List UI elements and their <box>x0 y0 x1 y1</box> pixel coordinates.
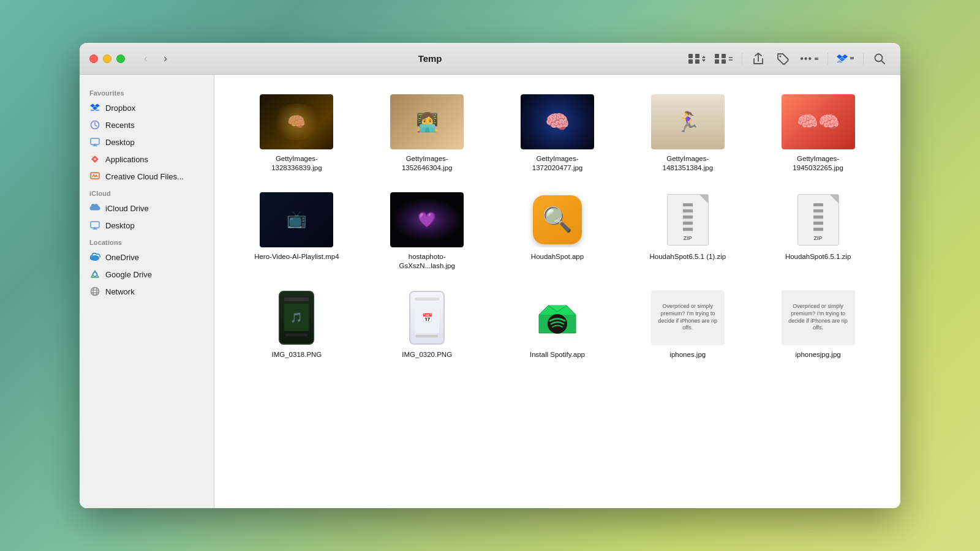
svg-point-18 <box>93 288 97 296</box>
dropbox-icon <box>89 102 100 113</box>
sidebar-item-icloud-desktop[interactable]: Desktop <box>80 217 214 234</box>
file-name: hostaphoto-GsXszN...lash.jpg <box>384 252 470 271</box>
svg-point-17 <box>91 288 99 296</box>
file-name: GettyImages-1352646304.jpg <box>384 154 470 173</box>
file-thumbnail: ZIP <box>651 192 725 247</box>
sidebar-item-label: OneDrive <box>105 253 139 262</box>
file-name: GettyImages-1372020477.jpg <box>514 154 600 173</box>
traffic-lights <box>89 54 125 63</box>
file-name: HoudahSpot6.5.1.zip <box>785 252 851 261</box>
file-item-getty1[interactable]: 🧠 GettyImages-1328336839.jpg <box>234 89 360 178</box>
sidebar-item-label: Creative Cloud Files... <box>105 172 184 181</box>
file-item-getty3[interactable]: 🧠 GettyImages-1372020477.jpg <box>495 89 620 178</box>
file-item-iphones[interactable]: Overpriced or simply premium? I'm trying… <box>625 285 750 364</box>
content-area: Favourites Dropbox <box>80 75 900 508</box>
file-item-houdahspot-zip2[interactable]: ZIP HoudahSpot6.5.1.zip <box>755 187 881 276</box>
back-button[interactable]: ‹ <box>137 50 154 67</box>
file-thumbnail: Overpriced or simply premium? I'm trying… <box>651 290 725 345</box>
applications-icon <box>89 154 100 165</box>
sidebar-item-icloud-drive[interactable]: iCloud Drive <box>80 200 214 217</box>
view-grid-button[interactable] <box>686 49 708 69</box>
window-title: Temp <box>181 53 679 64</box>
sidebar-item-desktop[interactable]: Desktop <box>80 133 214 151</box>
sidebar-item-label: Network <box>105 287 135 296</box>
svg-point-15 <box>91 255 99 261</box>
forward-button[interactable]: › <box>157 50 174 67</box>
file-name: iphonesjpg.jpg <box>796 350 841 359</box>
svg-rect-4 <box>715 54 719 58</box>
file-name: HoudahSpot6.5.1 (1).zip <box>649 252 726 261</box>
creative-cloud-icon <box>89 171 100 182</box>
file-item-iphonesjpg[interactable]: Overpriced or simply premium? I'm trying… <box>755 285 881 364</box>
file-item-img0320[interactable]: 📅 IMG_0320.PNG <box>364 285 490 364</box>
file-grid: 🧠 GettyImages-1328336839.jpg 👩‍💻 GettyIm… <box>214 75 900 508</box>
view-list-button[interactable] <box>710 49 737 69</box>
file-item-houdahspot-app[interactable]: 🔍 HoudahSpot.app <box>495 187 620 276</box>
sidebar-item-label: Desktop <box>105 138 135 147</box>
minimize-button[interactable] <box>103 54 111 63</box>
file-name: HoudahSpot.app <box>531 252 584 261</box>
file-name: Hero-Video-AI-Playlist.mp4 <box>254 252 339 261</box>
tag-button[interactable] <box>772 49 794 69</box>
sidebar-item-google-drive[interactable]: Google Drive <box>80 266 214 283</box>
icloud-icon <box>89 203 100 214</box>
desktop-icon-2 <box>89 220 100 231</box>
file-thumbnail: 👩‍💻 <box>390 94 464 149</box>
file-thumbnail: 📅 <box>390 290 464 345</box>
nav-buttons: ‹ › <box>137 50 174 67</box>
sidebar-item-onedrive[interactable]: OneDrive <box>80 249 214 266</box>
file-item-getty4[interactable]: 🏃‍♀️ GettyImages-1481351384.jpg <box>625 89 750 178</box>
sidebar-item-label: Desktop <box>105 221 135 230</box>
file-item-houdahspot-zip1[interactable]: ZIP HoudahSpot6.5.1 (1).zip <box>625 187 750 276</box>
file-thumbnail: 🧠🧠 <box>782 94 855 149</box>
sidebar-item-dropbox[interactable]: Dropbox <box>80 99 214 116</box>
sidebar-item-label: Dropbox <box>105 103 135 113</box>
fullscreen-button[interactable] <box>116 54 125 63</box>
sidebar: Favourites Dropbox <box>80 75 214 508</box>
locations-header: Locations <box>80 234 214 249</box>
file-thumbnail <box>521 290 594 345</box>
file-item-getty5[interactable]: 🧠🧠 GettyImages-1945032265.jpg <box>755 89 881 178</box>
svg-rect-0 <box>688 54 693 58</box>
desktop-icon <box>89 137 100 148</box>
svg-rect-5 <box>722 54 726 58</box>
favourites-header: Favourites <box>80 84 214 99</box>
file-item-img0318[interactable]: 🎵 IMG_0318.PNG <box>234 285 360 364</box>
sidebar-item-label: iCloud Drive <box>105 204 149 213</box>
svg-rect-6 <box>715 59 719 64</box>
file-thumbnail: 🎵 <box>260 290 333 345</box>
file-grid-inner: 🧠 GettyImages-1328336839.jpg 👩‍💻 GettyIm… <box>234 89 881 364</box>
svg-point-8 <box>780 55 782 57</box>
file-thumbnail: 📺 <box>260 192 333 247</box>
close-button[interactable] <box>89 54 98 63</box>
file-name: GettyImages-1945032265.jpg <box>775 154 861 173</box>
onedrive-icon <box>89 252 100 263</box>
share-button[interactable] <box>747 49 769 69</box>
svg-rect-3 <box>695 59 699 64</box>
titlebar: ‹ › Temp <box>80 43 900 75</box>
svg-rect-7 <box>722 59 726 64</box>
dropbox-button[interactable] <box>833 49 858 69</box>
file-item-install-spotify[interactable]: Install Spotify.app <box>495 285 620 364</box>
sidebar-item-recents[interactable]: Recents <box>80 116 214 133</box>
search-button[interactable] <box>869 49 891 69</box>
svg-rect-13 <box>91 173 99 179</box>
file-thumbnail: 🔍 <box>521 192 594 247</box>
recents-icon <box>89 119 100 130</box>
file-item-getty2[interactable]: 👩‍💻 GettyImages-1352646304.jpg <box>364 89 490 178</box>
file-thumbnail: 🧠 <box>260 94 333 149</box>
file-item-hostaphoto[interactable]: 💜 hostaphoto-GsXszN...lash.jpg <box>364 187 490 276</box>
svg-point-12 <box>94 158 96 160</box>
toolbar-separator-3 <box>863 53 864 65</box>
sidebar-item-label: Applications <box>105 155 148 164</box>
toolbar-separator-2 <box>827 53 828 65</box>
more-options-button[interactable]: ••• <box>796 49 823 69</box>
toolbar-right: ••• <box>686 49 891 69</box>
sidebar-item-creative-cloud[interactable]: Creative Cloud Files... <box>80 168 214 185</box>
file-name: Install Spotify.app <box>530 350 585 359</box>
file-name: GettyImages-1328336839.jpg <box>254 154 339 173</box>
file-item-hero-video[interactable]: 📺 Hero-Video-AI-Playlist.mp4 <box>234 187 360 276</box>
sidebar-item-network[interactable]: Network <box>80 283 214 300</box>
sidebar-item-applications[interactable]: Applications <box>80 151 214 168</box>
network-icon <box>89 286 100 297</box>
